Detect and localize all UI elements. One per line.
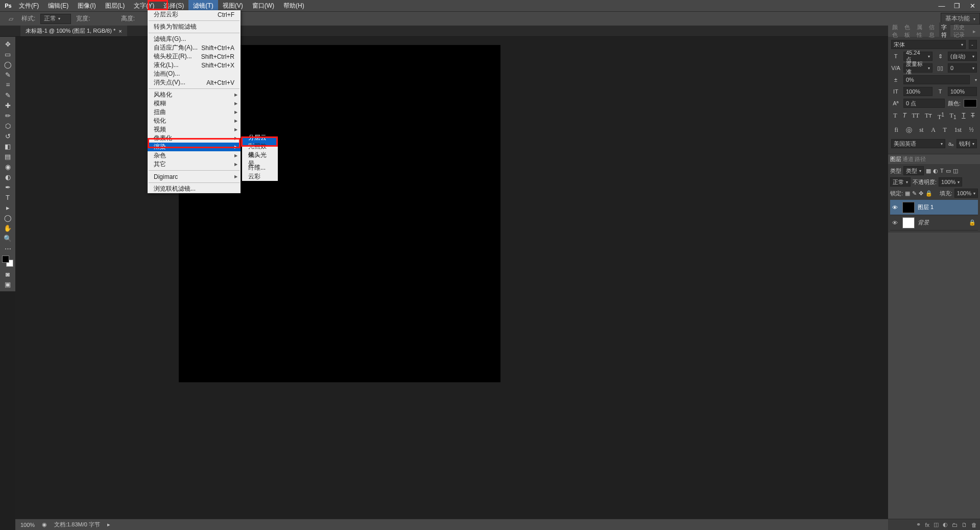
zoom-tool-icon[interactable]: 🔍 [0, 233, 15, 243]
layer-name[interactable]: 图层 1 [918, 203, 934, 211]
filter-pixelate[interactable]: 像素化 [148, 134, 241, 143]
shape-tool-icon[interactable]: ◯ [0, 213, 15, 223]
pen-tool-icon[interactable]: ✒ [0, 182, 15, 192]
dodge-tool-icon[interactable]: ◐ [0, 172, 15, 182]
tab-paths[interactable]: 路径 [915, 155, 926, 163]
close-icon[interactable]: ✕ [965, 0, 980, 11]
lock-trans-icon[interactable]: ▦ [905, 190, 910, 197]
filter-stylize[interactable]: 风格化 [148, 90, 241, 99]
menu-window[interactable]: 窗口(W) [248, 0, 279, 11]
filter-adjust-icon[interactable]: ◐ [933, 168, 938, 174]
tracking-field[interactable]: 度量标准▾ [903, 63, 933, 73]
move-tool-icon[interactable]: ✥ [0, 39, 15, 49]
link-layers-icon[interactable]: ⚭ [916, 521, 921, 528]
maximize-icon[interactable]: ❐ [949, 0, 965, 11]
blend-mode-dropdown[interactable]: 正常▾ [890, 177, 911, 187]
italic-button[interactable]: T [900, 111, 908, 122]
ot-o[interactable]: ⓞ [904, 125, 914, 136]
filter-render[interactable]: 渲染 [148, 143, 241, 151]
ot-half[interactable]: ½ [967, 125, 976, 136]
group-icon[interactable]: 🗀 [952, 522, 958, 528]
stamp-tool-icon[interactable]: ⬡ [0, 121, 15, 131]
gradient-tool-icon[interactable]: ▤ [0, 151, 15, 162]
lasso-tool-icon[interactable]: ◯ [0, 59, 15, 70]
tab-info[interactable]: 信息 [927, 22, 938, 40]
ot-A[interactable]: A [929, 125, 938, 136]
menu-layer[interactable]: 图层(L) [101, 0, 130, 11]
render-clouds[interactable]: 云彩 [242, 172, 278, 181]
lock-pos-icon[interactable]: ✥ [919, 190, 923, 197]
color-sample-icon[interactable]: ◉ [42, 521, 47, 528]
render-fibers[interactable]: 纤维... [242, 164, 278, 172]
font-style-dropdown[interactable]: - [969, 40, 977, 49]
underline-button[interactable]: T [960, 111, 967, 122]
leading-field[interactable]: (自动)▾ [948, 52, 977, 61]
baseline-field[interactable]: 0% [903, 75, 970, 84]
bold-button[interactable]: T [891, 111, 899, 122]
tab-swatches[interactable]: 色板 [902, 22, 914, 40]
style-dropdown[interactable]: 正常▾ [40, 14, 71, 24]
ot-ad[interactable]: T [941, 125, 949, 136]
filter-shape-icon[interactable]: ▭ [946, 168, 951, 174]
ot-st[interactable]: st [917, 125, 925, 136]
menu-edit[interactable]: 编辑(E) [43, 0, 73, 11]
zoom-level[interactable]: 100% [20, 522, 35, 528]
tab-close-icon[interactable]: × [118, 28, 122, 34]
menu-type[interactable]: 文字(Y) [129, 0, 159, 11]
crop-tool-icon[interactable]: ⌗ [0, 80, 15, 90]
filter-oil-paint[interactable]: 油画(O)... [148, 70, 241, 78]
filter-browse-online[interactable]: 浏览联机滤镜... [148, 185, 241, 193]
menu-filter[interactable]: 滤镜(T) [188, 0, 218, 11]
current-tool-icon[interactable]: ▱ [5, 13, 16, 25]
new-layer-icon[interactable]: 🗋 [962, 522, 967, 528]
vscale-field[interactable]: 100% [903, 87, 933, 96]
ot-fi[interactable]: fi [892, 125, 900, 136]
layer-fx-icon[interactable]: fx [925, 522, 929, 528]
filter-other[interactable]: 其它 [148, 160, 241, 169]
layer-mask-icon[interactable]: ◫ [934, 521, 939, 528]
smallcaps-button[interactable]: Tᴛ [923, 111, 934, 122]
history-brush-tool-icon[interactable]: ↺ [0, 131, 15, 141]
filter-blur[interactable]: 模糊 [148, 99, 241, 108]
color-swatch[interactable] [2, 256, 13, 267]
layer-name[interactable]: 背景 [918, 219, 929, 226]
font-family-dropdown[interactable]: 宋体▾ [891, 40, 966, 49]
super-button[interactable]: T1 [936, 111, 946, 122]
filter-type-icon[interactable]: T [940, 168, 944, 174]
filter-sharpen[interactable]: 锐化 [148, 117, 241, 125]
visibility-icon[interactable]: 👁 [892, 220, 899, 226]
menu-view[interactable]: 视图(V) [218, 0, 248, 11]
font-size-field[interactable]: 45.24 点▾ [903, 52, 933, 61]
screen-mode-icon[interactable]: ▣ [0, 279, 15, 289]
opacity-field[interactable]: 100%▾ [939, 177, 962, 187]
filter-adaptive-wide[interactable]: 自适应广角(A)...Shift+Ctrl+A [148, 43, 241, 52]
heal-tool-icon[interactable]: ✚ [0, 100, 15, 110]
filter-noise[interactable]: 杂色 [148, 151, 241, 160]
menu-image[interactable]: 图像(I) [73, 0, 100, 11]
layer-item-background[interactable]: 👁 背景 🔒 [890, 215, 978, 231]
delete-layer-icon[interactable]: 🗑 [971, 522, 977, 528]
tab-properties[interactable]: 属性 [915, 22, 926, 40]
eyedropper-tool-icon[interactable]: ✎ [0, 90, 15, 100]
tab-character[interactable]: 字符 [939, 22, 950, 40]
more-tool-icon[interactable]: ⋯ [0, 243, 15, 254]
fill-field[interactable]: 100%▾ [954, 189, 978, 198]
caps-button[interactable]: TT [910, 111, 921, 122]
fg-color-icon[interactable] [2, 256, 9, 263]
document-tab[interactable]: 未标题-1 @ 100% (图层 1, RGB/8) * × [20, 26, 127, 36]
kind-dropdown[interactable]: 类型▾ [903, 166, 924, 175]
sub-button[interactable]: T1 [948, 111, 959, 122]
render-lens-flare[interactable]: 镜头光晕... [242, 155, 278, 164]
menu-select[interactable]: 选择(S) [159, 0, 188, 11]
marquee-tool-icon[interactable]: ▭ [0, 49, 15, 59]
eraser-tool-icon[interactable]: ◧ [0, 141, 15, 151]
menu-file[interactable]: 文件(F) [14, 0, 43, 11]
lock-pixel-icon[interactable]: ✎ [912, 190, 917, 197]
path-select-tool-icon[interactable]: ▸ [0, 202, 15, 213]
filter-smart-icon[interactable]: ◫ [953, 168, 958, 174]
doc-info[interactable]: 文档:1.83M/0 字节 [54, 521, 100, 528]
filter-digimarc[interactable]: Digimarc [148, 172, 241, 181]
tab-color[interactable]: 颜色 [890, 22, 901, 40]
filter-distort[interactable]: 扭曲 [148, 108, 241, 117]
blur-tool-icon[interactable]: ◉ [0, 162, 15, 172]
